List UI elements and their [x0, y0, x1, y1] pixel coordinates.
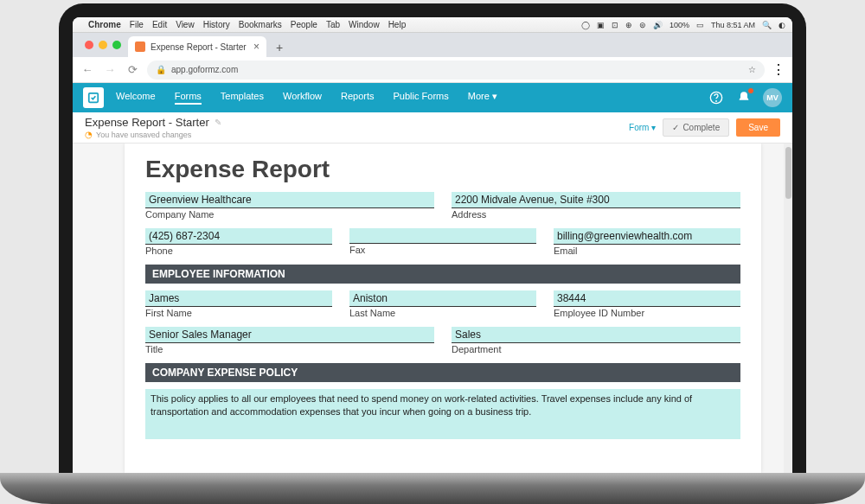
chrome-toolbar: ← → ⟳ 🔒 app.goformz.com ☆ ⋮ [73, 57, 792, 83]
form-page: Expense Report Greenview Healthcare Comp… [125, 144, 761, 473]
menubar-bookmarks[interactable]: Bookmarks [239, 20, 282, 29]
last-name-label: Last Name [349, 308, 536, 318]
battery-icon: ▭ [696, 21, 704, 29]
department-field[interactable]: Sales [452, 327, 740, 343]
mac-menubar: Chrome File Edit View History Bookmarks … [73, 17, 792, 33]
menubar-edit[interactable]: Edit [152, 20, 167, 29]
menubar-file[interactable]: File [130, 20, 144, 29]
email-label: Email [554, 246, 740, 256]
help-icon[interactable] [708, 89, 725, 106]
nav-workflow[interactable]: Workflow [283, 91, 322, 105]
volume-icon: 🔊 [653, 21, 663, 29]
job-title-field[interactable]: Senior Sales Manager [145, 327, 434, 343]
lock-icon: 🔒 [156, 65, 166, 74]
nav-public-forms[interactable]: Public Forms [394, 91, 449, 105]
menubar-app-name[interactable]: Chrome [88, 20, 121, 29]
forward-button: → [102, 63, 118, 76]
policy-text-field[interactable]: This policy applies to all our employees… [145, 389, 740, 439]
chevron-down-icon: ▾ [651, 123, 656, 132]
check-icon: ✓ [672, 123, 679, 132]
chrome-tab-strip: Expense Report - Starter × + [73, 33, 792, 57]
form-dropdown[interactable]: Form ▾ [629, 123, 656, 132]
star-icon[interactable]: ☆ [748, 65, 756, 74]
app-logo-icon[interactable] [83, 87, 104, 108]
page-header: Expense Report - Starter ✎ ◔ You have un… [73, 112, 792, 144]
menubar-window[interactable]: Window [349, 20, 380, 29]
job-title-label: Title [145, 344, 434, 354]
section-employee-info: EMPLOYEE INFORMATION [145, 265, 740, 284]
svg-point-2 [716, 101, 717, 102]
new-tab-button[interactable]: + [270, 38, 289, 57]
company-name-field[interactable]: Greenview Healthcare [145, 192, 434, 208]
nav-templates[interactable]: Templates [221, 91, 264, 105]
first-name-label: First Name [145, 308, 332, 318]
bluetooth-icon: ⊕ [625, 21, 632, 29]
menubar-tab[interactable]: Tab [326, 20, 340, 29]
scroll-thumb[interactable] [785, 147, 791, 199]
notification-badge [747, 87, 754, 94]
unsaved-message: You have unsaved changes [96, 131, 191, 139]
clock: Thu 8:51 AM [711, 21, 755, 29]
address-bar[interactable]: 🔒 app.goformz.com ☆ [147, 61, 765, 80]
nav-more[interactable]: More ▾ [468, 91, 497, 105]
chrome-menu-icon[interactable]: ⋮ [772, 61, 785, 78]
menubar-view[interactable]: View [176, 20, 195, 29]
page-title: Expense Report - Starter [85, 116, 209, 129]
menubar-people[interactable]: People [291, 20, 317, 29]
section-company-policy: COMPANY EXPENSE POLICY [145, 363, 740, 382]
email-field[interactable]: billing@greenviewhealth.com [554, 228, 740, 245]
reload-button[interactable]: ⟳ [125, 63, 140, 76]
tab-favicon-icon [135, 41, 145, 52]
phone-field[interactable]: (425) 687-2304 [145, 228, 332, 245]
window-maximize-icon[interactable] [112, 41, 121, 49]
complete-button[interactable]: ✓ Complete [663, 118, 729, 137]
search-icon[interactable]: 🔍 [762, 21, 772, 29]
browser-tab[interactable]: Expense Report - Starter × [128, 36, 266, 57]
address-label: Address [452, 209, 740, 220]
phone-label: Phone [145, 246, 332, 256]
form-title: Expense Report [145, 156, 740, 183]
nav-reports[interactable]: Reports [341, 91, 375, 105]
back-button[interactable]: ← [80, 63, 95, 76]
fax-field[interactable] [349, 228, 536, 244]
chevron-down-icon: ▾ [492, 91, 497, 101]
status-icon: ▣ [597, 21, 605, 29]
employee-id-field[interactable]: 38444 [554, 290, 740, 307]
window-close-icon[interactable] [85, 41, 93, 49]
menubar-history[interactable]: History [203, 20, 230, 29]
status-icon: ⊡ [612, 21, 618, 29]
tab-title: Expense Report - Starter [151, 42, 247, 52]
nav-forms[interactable]: Forms [175, 91, 202, 105]
last-name-field[interactable]: Aniston [349, 290, 536, 307]
nav-welcome[interactable]: Welcome [116, 91, 156, 105]
notifications-icon[interactable] [735, 89, 753, 106]
address-field[interactable]: 2200 Midvale Avenue, Suite #300 [452, 192, 740, 208]
wifi-icon: ⊜ [639, 21, 646, 29]
avatar[interactable]: MV [763, 88, 782, 107]
battery-percent: 100% [670, 21, 689, 29]
scrollbar[interactable] [784, 144, 792, 473]
status-icon: ◯ [581, 21, 590, 29]
content-area: Expense Report Greenview Healthcare Comp… [73, 144, 792, 473]
tab-close-icon[interactable]: × [253, 41, 260, 53]
url-text: app.goformz.com [171, 65, 238, 74]
fax-label: Fax [349, 245, 536, 255]
company-name-label: Company Name [145, 209, 434, 220]
department-label: Department [452, 344, 740, 354]
edit-title-icon[interactable]: ✎ [215, 118, 221, 127]
employee-id-label: Employee ID Number [554, 308, 740, 318]
control-center-icon[interactable]: ◐ [778, 21, 785, 29]
unsaved-indicator-icon: ◔ [85, 130, 93, 139]
window-minimize-icon[interactable] [99, 41, 107, 49]
first-name-field[interactable]: James [145, 290, 332, 307]
app-nav: Welcome Forms Templates Workflow Reports… [73, 83, 792, 112]
save-button[interactable]: Save [736, 118, 780, 137]
menubar-help[interactable]: Help [388, 20, 407, 29]
